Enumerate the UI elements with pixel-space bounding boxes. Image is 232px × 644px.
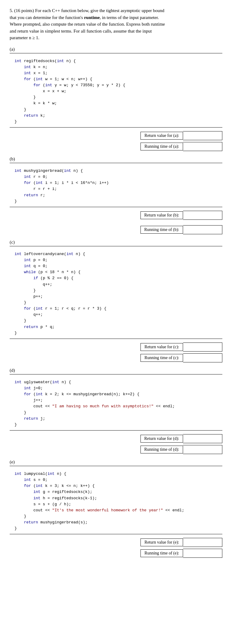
part-e: (e) int lumpycoal(int n) { int s = 0; fo…	[10, 459, 222, 558]
part-b-code: int mushygingerbread(int n) { int r = 0;…	[10, 166, 222, 207]
part-c-label: (c)	[10, 240, 222, 245]
part-d-return-label: Return value for (d):	[140, 435, 183, 443]
part-c-return-box: Return value for (c):	[140, 343, 222, 352]
part-b-bottom-divider	[10, 207, 222, 207]
part-e-runtime-label: Running time of (e):	[140, 549, 183, 557]
part-d-answers: Return value for (d): Running time of (d…	[10, 434, 222, 454]
question-text5: parameter n ≥ 1.	[10, 35, 39, 40]
part-a-runtime-label: Running time of (a):	[140, 143, 183, 150]
question-header: 5. (16 points) For each C++ function bel…	[10, 7, 222, 41]
part-b-label: (b)	[10, 156, 222, 162]
part-d-bottom-divider	[10, 430, 222, 431]
part-c-top-divider	[10, 246, 222, 246]
part-c-answers: Return value for (c): Running time of (c…	[10, 343, 222, 362]
part-d-label: (d)	[10, 368, 222, 373]
part-a: (a) int regiftedsocks(int n) { int k = n…	[10, 47, 222, 151]
part-e-return-input[interactable]	[183, 538, 222, 547]
part-b-runtime-area: Running time of (b):	[10, 225, 222, 234]
part-b-return-label: Return value for (b):	[140, 211, 183, 219]
part-c-return-input[interactable]	[183, 343, 222, 352]
part-c-return-label: Return value for (c):	[140, 343, 183, 351]
part-c-runtime-label: Running time of (c):	[140, 354, 183, 362]
part-a-runtime-box: Running time of (a):	[140, 142, 222, 151]
part-a-return-input[interactable]	[183, 131, 222, 140]
part-b-runtime-box: Running time of (b):	[140, 225, 223, 234]
part-a-top-divider	[10, 53, 222, 53]
part-a-answers: Return value for (a): Running time of (a…	[10, 131, 222, 151]
part-e-code: int lumpycoal(int n) { int s = 0; for (i…	[10, 469, 222, 534]
part-e-answers: Return value for (e): Running time of (e…	[10, 538, 222, 558]
part-c-bottom-divider	[10, 339, 222, 339]
question-bold: runtime	[84, 15, 100, 20]
part-a-return-label: Return value for (a):	[140, 132, 183, 140]
question-text1: For each C++ function below, give the ti…	[35, 8, 164, 13]
part-b: (b) int mushygingerbread(int n) { int r …	[10, 156, 222, 234]
part-d: (d) int uglysweater(int n) { int j=0; fo…	[10, 368, 222, 454]
part-d-code: int uglysweater(int n) { int j=0; for (i…	[10, 377, 222, 430]
part-a-label: (a)	[10, 47, 222, 52]
question-number: 5.	[10, 8, 13, 13]
part-d-return-box: Return value for (d):	[140, 434, 222, 443]
part-a-bottom-divider	[10, 127, 222, 128]
part-e-runtime-input[interactable]	[183, 549, 222, 558]
part-e-runtime-box: Running time of (e):	[140, 549, 222, 558]
part-d-top-divider	[10, 374, 222, 374]
part-e-label: (e)	[10, 459, 222, 465]
part-c: (c) int leftovercandycane(int n) { int p…	[10, 240, 222, 362]
part-b-return-input[interactable]	[183, 211, 222, 220]
question-text2: that you can determine for the function'…	[10, 15, 83, 20]
part-e-top-divider	[10, 466, 222, 466]
part-c-runtime-input[interactable]	[183, 353, 222, 362]
question-points: (16 points)	[14, 8, 34, 13]
part-b-answers: Return value for (b):	[10, 211, 222, 220]
part-b-runtime-label: Running time of (b):	[140, 226, 183, 234]
part-c-runtime-box: Running time of (c):	[140, 353, 222, 362]
question-text4: and return value in simplest terms. For …	[10, 29, 152, 33]
part-e-bottom-divider	[10, 534, 222, 534]
question-text3: Where prompted, also compute the return …	[10, 22, 165, 27]
part-d-return-input[interactable]	[183, 434, 222, 443]
part-b-top-divider	[10, 163, 222, 163]
part-c-code: int leftovercandycane(int n) { int p = 0…	[10, 249, 222, 339]
part-e-return-box: Return value for (e):	[140, 538, 222, 547]
part-e-return-label: Return value for (e):	[140, 538, 183, 546]
part-a-runtime-input[interactable]	[183, 142, 222, 151]
part-a-code: int regiftedsocks(int n) { int k = n; in…	[10, 56, 222, 128]
part-b-runtime-input[interactable]	[183, 225, 222, 234]
part-d-runtime-box: Running time of (d):	[140, 445, 223, 454]
question-text2b: , in terms of the input parameter.	[100, 15, 159, 20]
part-d-runtime-input[interactable]	[183, 445, 222, 454]
part-d-runtime-label: Running time of (d):	[140, 446, 183, 453]
part-a-return-box: Return value for (a):	[140, 131, 222, 140]
part-b-return-box: Return value for (b):	[140, 211, 222, 220]
